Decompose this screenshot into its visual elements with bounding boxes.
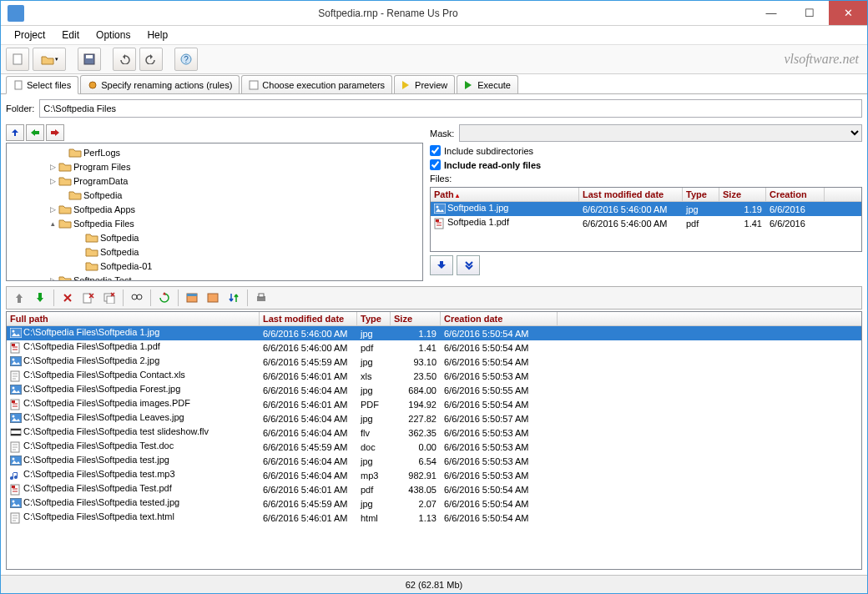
table-row[interactable]: C:\Softpedia Files\Softpedia test slides… xyxy=(7,425,861,440)
remove-duplicates-button[interactable] xyxy=(100,289,119,307)
menu-options[interactable]: Options xyxy=(89,28,137,43)
selected-col-path[interactable]: Full path xyxy=(7,312,260,325)
table-row[interactable]: C:\Softpedia Files\Softpedia Test.pdf6/6… xyxy=(7,482,861,496)
nav-forward-button[interactable] xyxy=(46,124,64,141)
table-row[interactable]: C:\Softpedia Files\Softpedia test.jpg6/6… xyxy=(7,454,861,468)
table-row[interactable]: Softpedia 1.pdf6/6/2016 5:46:00 AMpdf1.4… xyxy=(431,216,861,230)
files-col-creation[interactable]: Creation xyxy=(766,188,825,201)
select-all-button[interactable] xyxy=(183,289,201,307)
move-down-button[interactable] xyxy=(31,289,49,307)
selected-col-creation[interactable]: Creation date xyxy=(441,312,558,325)
include-readonly-checkbox[interactable] xyxy=(430,159,441,170)
redo-button[interactable] xyxy=(139,48,163,71)
selected-col-type[interactable]: Type xyxy=(357,312,391,325)
svg-point-16 xyxy=(137,294,142,300)
files-grid[interactable]: Path▴ Last modified date Type Size Creat… xyxy=(430,187,862,252)
svg-point-23 xyxy=(13,330,15,332)
tree-item[interactable]: ▷Softpedia Apps xyxy=(7,202,421,216)
expander-icon[interactable]: ▷ xyxy=(47,163,58,171)
files-col-path[interactable]: Path xyxy=(434,189,454,199)
tab-preview[interactable]: Preview xyxy=(394,75,455,93)
file-icon xyxy=(10,328,22,340)
table-row[interactable]: C:\Softpedia Files\Softpedia 1.jpg6/6/20… xyxy=(7,326,861,340)
folder-input[interactable] xyxy=(39,99,862,118)
file-icon xyxy=(10,498,22,510)
table-row[interactable]: C:\Softpedia Files\Softpedia Test.doc6/6… xyxy=(7,440,861,454)
tree-item[interactable]: ▴Softpedia Files xyxy=(7,216,421,230)
expander-icon[interactable]: ▴ xyxy=(47,219,58,228)
file-icon xyxy=(10,456,22,467)
table-row[interactable]: C:\Softpedia Files\Softpedia test.mp36/6… xyxy=(7,468,861,482)
menu-help[interactable]: Help xyxy=(140,28,174,43)
remove-missing-button[interactable] xyxy=(79,289,98,307)
file-icon xyxy=(10,385,22,396)
print-button[interactable] xyxy=(252,289,270,307)
tree-item-label: Softpedia Apps xyxy=(73,204,135,214)
table-row[interactable]: C:\Softpedia Files\Softpedia Leaves.jpg6… xyxy=(7,411,861,425)
tree-item[interactable]: Softpedia xyxy=(7,244,421,259)
include-subdirs-checkbox[interactable] xyxy=(430,145,441,156)
select-none-button[interactable] xyxy=(204,289,222,307)
selected-col-size[interactable]: Size xyxy=(391,312,441,325)
tree-item-label: Softpedia-01 xyxy=(100,261,152,271)
table-row[interactable]: C:\Softpedia Files\Softpedia Forest.jpg6… xyxy=(7,383,861,397)
tab-execution-params[interactable]: Choose execution parameters xyxy=(241,75,392,93)
table-row[interactable]: C:\Softpedia Files\Softpedia text.html6/… xyxy=(7,511,861,525)
delete-button[interactable] xyxy=(58,289,77,307)
table-row[interactable]: C:\Softpedia Files\Softpedia images.PDF6… xyxy=(7,397,861,411)
table-row[interactable]: Softpedia 1.jpg6/6/2016 5:46:00 AMjpg1.1… xyxy=(431,202,861,216)
selected-files-grid[interactable]: Full path Last modified date Type Size C… xyxy=(6,311,862,570)
folder-icon xyxy=(58,218,72,229)
open-project-button[interactable]: ▾ xyxy=(33,48,66,71)
maximize-button[interactable]: ☐ xyxy=(790,1,829,25)
tree-item[interactable]: Softpedia xyxy=(7,230,421,244)
tab-select-files[interactable]: Select files xyxy=(6,76,78,94)
file-icon xyxy=(10,342,22,354)
tree-item-label: Softpedia Files xyxy=(73,219,134,229)
nav-back-button[interactable] xyxy=(26,124,44,141)
app-icon xyxy=(8,5,24,22)
minimize-button[interactable]: — xyxy=(752,1,790,25)
table-row[interactable]: C:\Softpedia Files\Softpedia tested.jpg6… xyxy=(7,496,861,511)
status-text: 62 (62.81 Mb) xyxy=(406,580,462,590)
help-button[interactable]: ? xyxy=(174,48,198,71)
brand-link[interactable]: vlsoftware.net xyxy=(784,52,859,67)
menu-edit[interactable]: Edit xyxy=(55,28,86,43)
expander-icon[interactable]: ▷ xyxy=(47,276,58,282)
svg-rect-36 xyxy=(11,429,21,430)
undo-button[interactable] xyxy=(113,48,136,71)
move-up-button[interactable] xyxy=(10,289,28,307)
table-row[interactable]: C:\Softpedia Files\Softpedia 1.pdf6/6/20… xyxy=(7,340,861,355)
sort-button[interactable] xyxy=(225,289,243,307)
table-row[interactable]: C:\Softpedia Files\Softpedia Contact.xls… xyxy=(7,369,861,383)
menu-project[interactable]: Project xyxy=(8,28,52,43)
new-project-button[interactable] xyxy=(6,48,29,71)
tab-execute[interactable]: Execute xyxy=(457,75,518,93)
folder-tree[interactable]: PerfLogs▷Program Files▷ProgramDataSoftpe… xyxy=(6,143,423,281)
table-row[interactable]: C:\Softpedia Files\Softpedia 2.jpg6/6/20… xyxy=(7,355,861,369)
tree-item[interactable]: ▷Program Files xyxy=(7,159,421,174)
tree-item[interactable]: ▷ProgramData xyxy=(7,174,421,188)
close-button[interactable]: ✕ xyxy=(829,1,867,25)
mask-select[interactable] xyxy=(459,124,862,142)
tab-renaming-actions[interactable]: Specify renaming actions (rules) xyxy=(80,75,240,93)
files-col-type[interactable]: Type xyxy=(683,188,719,201)
nav-up-button[interactable] xyxy=(6,124,24,141)
tree-item[interactable]: Softpedia-01 xyxy=(7,259,421,273)
tree-item[interactable]: PerfLogs xyxy=(7,145,421,159)
svg-rect-7 xyxy=(250,81,258,89)
expander-icon[interactable]: ▷ xyxy=(47,177,58,185)
selected-col-date[interactable]: Last modified date xyxy=(260,312,357,325)
find-button[interactable] xyxy=(128,289,146,307)
tree-item[interactable]: Softpedia xyxy=(7,188,421,202)
save-button[interactable] xyxy=(78,48,101,71)
refresh-button[interactable] xyxy=(155,289,174,307)
files-col-date[interactable]: Last modified date xyxy=(579,188,683,201)
file-icon xyxy=(10,370,22,382)
svg-rect-2 xyxy=(86,55,93,58)
add-all-files-button[interactable] xyxy=(457,255,480,275)
expander-icon[interactable]: ▷ xyxy=(47,205,58,214)
files-col-size[interactable]: Size xyxy=(719,188,766,201)
tree-item[interactable]: ▷Softpedia Test xyxy=(7,273,421,281)
add-file-button[interactable] xyxy=(430,255,453,275)
